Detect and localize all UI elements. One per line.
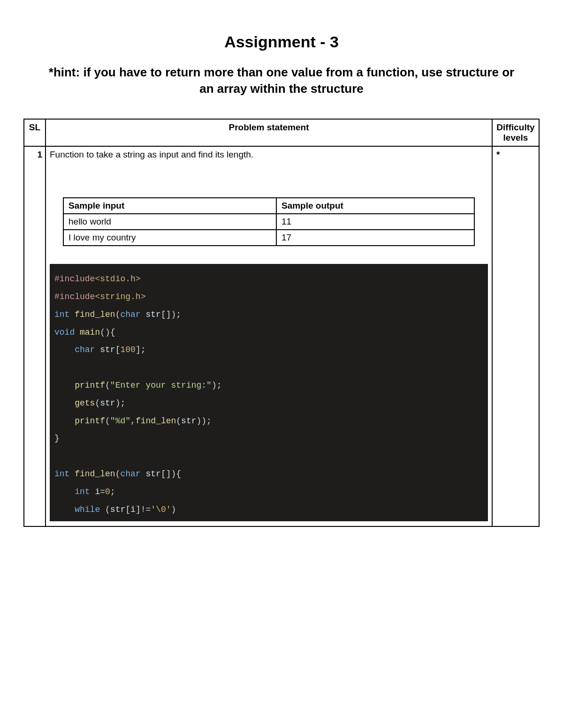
sample-row: I love my country 17	[63, 230, 474, 246]
code-token	[54, 398, 75, 408]
sample-input-header: Sample input	[63, 198, 276, 214]
sample-output-header: Sample output	[276, 198, 474, 214]
sample-input-cell: I love my country	[63, 230, 276, 246]
hint-text: *hint: if you have to return more than o…	[23, 64, 540, 97]
code-token: []){	[161, 469, 181, 479]
code-token: int	[54, 310, 69, 319]
problem-statement: Function to take a string as input and f…	[50, 150, 488, 160]
sample-input-cell: hello world	[63, 214, 276, 230]
sample-output-cell: 11	[276, 214, 474, 230]
header-sl: SL	[24, 119, 46, 146]
code-token: [	[125, 505, 130, 514]
code-token	[54, 487, 75, 496]
code-block: #include<stdio.h> #include<string.h> int…	[50, 264, 488, 521]
header-problem: Problem statement	[46, 119, 492, 146]
code-token: gets	[75, 398, 95, 408]
code-token: '\0'	[151, 505, 171, 514]
sample-io-table: Sample input Sample output hello world 1…	[63, 197, 475, 246]
code-token: find_len	[69, 469, 115, 479]
code-token: str	[141, 469, 161, 479]
code-token: <stdio.h>	[95, 274, 140, 284]
code-token: 100	[120, 345, 135, 354]
code-token: void	[54, 328, 75, 337]
code-token: "%d"	[110, 416, 130, 426]
code-token: char	[120, 310, 140, 319]
code-token: int	[75, 487, 90, 496]
code-token: (	[100, 505, 110, 514]
code-token: int	[54, 469, 69, 479]
cell-difficulty: *	[492, 146, 539, 526]
code-token: ]!=	[136, 505, 151, 514]
code-token: i	[90, 487, 100, 496]
code-token: (	[105, 416, 110, 426]
code-token: ;	[110, 487, 115, 496]
code-token: (	[115, 310, 121, 319]
sample-output-cell: 17	[276, 230, 474, 246]
code-token: char	[75, 345, 95, 354]
code-token: str	[95, 345, 115, 354]
code-token: =	[100, 487, 105, 496]
code-token: #include	[54, 292, 95, 301]
code-token: main	[75, 328, 100, 337]
code-token: str	[141, 310, 161, 319]
code-token: printf	[75, 381, 105, 390]
cell-problem: Function to take a string as input and f…	[46, 146, 492, 526]
code-token: (	[105, 381, 110, 390]
code-token: ];	[136, 345, 146, 354]
code-token: (	[95, 398, 100, 408]
code-token: #include	[54, 274, 95, 284]
code-token: char	[120, 469, 140, 479]
table-row: 1 Function to take a string as input and…	[24, 146, 539, 526]
code-token: <string.h>	[95, 292, 145, 301]
code-token	[54, 416, 75, 426]
assignment-table: SL Problem statement Difficulty levels 1…	[23, 119, 540, 527]
code-token: 0	[105, 487, 110, 496]
code-token: (	[176, 416, 181, 426]
code-token: )	[171, 505, 176, 514]
code-token: );	[212, 381, 222, 390]
code-token	[54, 505, 75, 514]
code-token: while	[75, 505, 100, 514]
sample-row: hello world 11	[63, 214, 474, 230]
code-token: ,	[130, 416, 136, 426]
code-token: find_len	[136, 416, 176, 426]
code-token: (){	[100, 328, 115, 337]
code-token: "Enter your string:"	[110, 381, 212, 390]
code-token: str	[110, 505, 125, 514]
header-difficulty: Difficulty levels	[492, 119, 539, 146]
code-token: i	[130, 505, 136, 514]
code-token: printf	[75, 416, 105, 426]
code-token: str	[181, 416, 196, 426]
code-token: (	[115, 469, 121, 479]
code-token	[54, 345, 75, 354]
code-token: str	[100, 398, 115, 408]
code-token: []);	[161, 310, 181, 319]
code-token	[54, 381, 75, 390]
code-token: ));	[197, 416, 212, 426]
code-token: }	[54, 434, 60, 443]
code-token: [	[115, 345, 121, 354]
code-token: );	[115, 398, 126, 408]
code-token: find_len	[69, 310, 115, 319]
page-title: Assignment - 3	[23, 33, 540, 51]
cell-sl: 1	[24, 146, 46, 526]
